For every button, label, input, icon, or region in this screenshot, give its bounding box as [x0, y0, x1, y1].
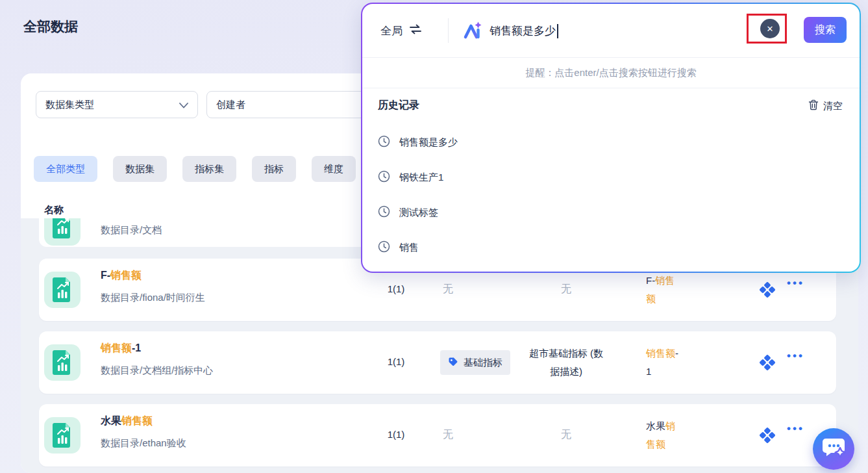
history-title: 历史记录: [378, 99, 419, 112]
tab-metric-set[interactable]: 指标集: [182, 156, 236, 182]
dataset-type-select[interactable]: 数据集类型: [36, 91, 198, 118]
row-tag: 无: [443, 283, 453, 296]
row-ref-name: F-销售额: [646, 272, 684, 308]
tab-all-types[interactable]: 全部类型: [34, 156, 97, 182]
clock-icon: [378, 135, 390, 149]
chat-bubble-icon: [821, 436, 846, 462]
history-item-label: 销售: [399, 242, 419, 254]
row-description: 无: [526, 283, 606, 296]
more-actions-icon[interactable]: •••: [787, 422, 804, 435]
tag-badge: 基础指标: [440, 350, 510, 375]
lineage-icon[interactable]: [760, 428, 775, 443]
clock-icon: [378, 205, 390, 220]
row-ref-name: 水果销售额: [646, 417, 684, 454]
history-item-label: 测试标签: [399, 207, 438, 219]
row-ref-name: 销售额-1: [646, 344, 684, 381]
dataset-icon: [44, 417, 81, 454]
column-header-name: 名称: [44, 204, 64, 216]
row-count: 1(1): [377, 283, 415, 294]
row-count: 1(1): [377, 429, 415, 440]
search-input-value: 销售额是多少: [490, 23, 556, 38]
tab-dimension[interactable]: 维度: [312, 156, 356, 182]
chevron-down-icon: [179, 99, 188, 110]
dataset-icon: [44, 344, 81, 381]
dataset-icon: [44, 272, 81, 308]
clear-history-button[interactable]: 清空: [808, 99, 843, 112]
history-item-label: 钢铁生产1: [399, 172, 443, 184]
ai-logo-icon: [462, 21, 482, 43]
lineage-icon[interactable]: [760, 282, 775, 298]
more-actions-icon[interactable]: •••: [787, 350, 804, 363]
page-title: 全部数据: [23, 18, 78, 36]
tab-metric[interactable]: 指标: [252, 156, 296, 182]
clock-icon: [378, 170, 390, 185]
row-count: 1(1): [377, 356, 415, 367]
clock-icon: [378, 240, 390, 255]
clear-history-label: 清空: [823, 100, 843, 112]
search-button[interactable]: 搜索: [804, 17, 847, 43]
search-scope-switch[interactable]: 全局: [380, 23, 422, 38]
row-name: 销售额-1: [101, 342, 141, 355]
more-actions-icon[interactable]: •••: [787, 277, 804, 290]
dataset-type-select-label: 数据集类型: [45, 99, 94, 111]
row-tag: 无: [443, 428, 453, 442]
history-item-label: 销售额是多少: [399, 136, 458, 149]
divider: [362, 88, 860, 88]
tab-dataset[interactable]: 数据集: [113, 156, 167, 182]
row-description: 无: [526, 428, 606, 442]
history-item[interactable]: 钢铁生产1: [378, 170, 443, 185]
search-hint-text: 提醒：点击enter/点击搜索按钮进行搜索: [362, 58, 860, 88]
row-name: 水果销售额: [101, 415, 153, 428]
history-item[interactable]: 销售额是多少: [378, 134, 458, 150]
dataset-icon: [44, 218, 81, 246]
lineage-icon[interactable]: [760, 355, 775, 370]
row-name: F-销售额: [101, 269, 142, 283]
history-item[interactable]: 测试标签: [378, 205, 438, 220]
tag-icon: [448, 357, 458, 369]
tag-badge-label: 基础指标: [464, 357, 502, 369]
creator-select-label: 创建者: [216, 99, 245, 111]
row-description: 超市基础指标 (数据描述): [526, 344, 606, 381]
table-row[interactable]: 销售额-1 数据目录/文档组/指标中心 1(1) 基础指标 超市基础指标 (数据…: [39, 331, 836, 394]
row-path: 数据目录/fiona/时间衍生: [101, 292, 205, 304]
search-input[interactable]: 销售额是多少: [490, 23, 558, 38]
row-path: 数据目录/ethan验收: [101, 437, 186, 450]
search-scope-label: 全局: [380, 23, 403, 38]
text-caret: [557, 24, 558, 38]
divider: [448, 18, 449, 43]
row-path: 数据目录/文档: [101, 224, 162, 236]
history-item[interactable]: 销售: [378, 240, 419, 255]
trash-icon: [808, 99, 819, 112]
close-icon[interactable]: ✕: [760, 19, 780, 38]
chat-assistant-button[interactable]: [813, 428, 854, 470]
search-popover: 全局 销售额是多少: [361, 3, 861, 273]
creator-select[interactable]: 创建者: [206, 91, 370, 118]
type-tabs: 全部类型 数据集 指标集 指标 维度 文: [34, 156, 406, 182]
table-row[interactable]: 水果销售额 数据目录/ethan验收 1(1) 无 无 水果销售额 •••: [39, 404, 836, 467]
row-path: 数据目录/文档组/指标中心: [101, 364, 213, 377]
swap-arrows-icon: [409, 23, 422, 38]
